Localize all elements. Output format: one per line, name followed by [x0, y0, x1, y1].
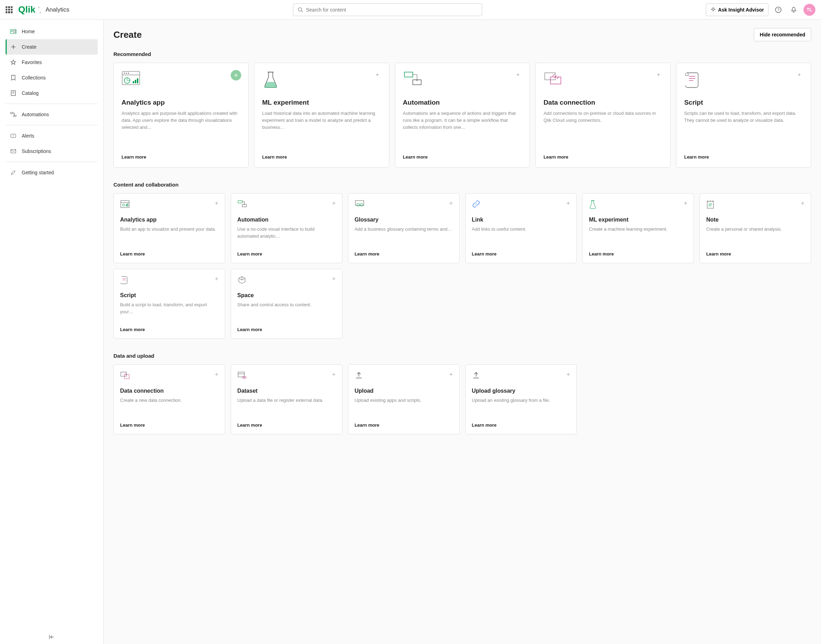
- rec-card-script[interactable]: + Script Scripts can be used to load, tr…: [676, 63, 811, 168]
- add-button[interactable]: +: [332, 200, 336, 207]
- learn-more-link[interactable]: Learn more: [237, 422, 336, 428]
- add-button[interactable]: +: [215, 276, 218, 283]
- add-button[interactable]: +: [215, 371, 218, 378]
- card-desc: Scripts can be used to load, transform, …: [684, 110, 803, 150]
- svg-rect-61: [124, 374, 129, 379]
- rec-card-automation[interactable]: + Automation Automations are a sequence …: [395, 63, 530, 168]
- card-script[interactable]: + Script Build a script to load, transfo…: [114, 269, 225, 339]
- learn-more-link[interactable]: Learn more: [237, 251, 336, 256]
- sidebar-item-alerts[interactable]: ! Alerts: [6, 128, 98, 144]
- data-connection-icon: [543, 71, 563, 90]
- sidebar-item-subscriptions[interactable]: Subscriptions: [6, 144, 98, 159]
- card-title: Link: [472, 217, 570, 223]
- card-automation[interactable]: + Automation Use a no-code visual interf…: [231, 193, 342, 263]
- card-desc: Load historical data into an automated m…: [262, 110, 381, 150]
- sidebar-label: Collections: [22, 75, 46, 81]
- learn-more-link[interactable]: Learn more: [706, 251, 804, 256]
- sidebar-item-create[interactable]: Create: [6, 39, 98, 55]
- add-button[interactable]: [231, 70, 241, 81]
- svg-point-48: [357, 203, 359, 206]
- card-desc: Create a new data connection.: [120, 397, 218, 419]
- sidebar-item-catalog[interactable]: Catalog: [6, 85, 98, 101]
- card-analytics-app[interactable]: + Analytics app Build an app to visualiz…: [114, 193, 225, 263]
- add-button[interactable]: +: [449, 200, 453, 207]
- alert-icon: !: [10, 132, 17, 139]
- add-button[interactable]: +: [215, 200, 218, 207]
- sidebar-item-collections[interactable]: Collections: [6, 70, 98, 85]
- add-button[interactable]: +: [795, 70, 804, 79]
- bookmark-icon: [10, 74, 17, 81]
- card-space[interactable]: + Space Share and control access to cont…: [231, 269, 342, 339]
- svg-rect-33: [404, 72, 413, 77]
- dataset-icon: [237, 371, 247, 381]
- ask-insight-button[interactable]: Ask Insight Advisor: [706, 3, 769, 16]
- learn-more-link[interactable]: Learn more: [237, 327, 336, 332]
- help-button[interactable]: ?: [773, 4, 784, 15]
- sidebar-item-automations[interactable]: Automations: [6, 107, 98, 122]
- add-button[interactable]: +: [449, 371, 453, 378]
- sidebar-item-home[interactable]: Home: [6, 24, 98, 39]
- add-button[interactable]: +: [566, 200, 570, 207]
- svg-point-27: [128, 73, 129, 74]
- rec-card-data-connection[interactable]: + Data connection Add connections to on-…: [535, 63, 671, 168]
- home-icon: [10, 28, 17, 35]
- page-title: Create: [114, 29, 142, 40]
- card-data-connection[interactable]: + Data connection Create a new data conn…: [114, 364, 225, 434]
- svg-rect-15: [11, 112, 13, 114]
- learn-more-link[interactable]: Learn more: [354, 251, 453, 256]
- rec-card-ml-experiment[interactable]: + ML experiment Load historical data int…: [254, 63, 389, 168]
- user-avatar[interactable]: TL: [804, 4, 815, 16]
- learn-more-link[interactable]: Learn more: [472, 251, 570, 256]
- svg-point-26: [126, 73, 127, 74]
- search-input[interactable]: [306, 7, 477, 12]
- learn-more-link[interactable]: Learn more: [120, 251, 218, 256]
- automations-icon: [10, 111, 17, 118]
- add-button[interactable]: +: [332, 276, 336, 283]
- rec-card-analytics-app[interactable]: Analytics app Analytics apps are purpose…: [114, 63, 249, 168]
- hide-recommended-button[interactable]: Hide recommended: [754, 28, 811, 41]
- sidebar-item-favorites[interactable]: Favorites: [6, 55, 98, 70]
- card-ml-experiment[interactable]: + ML experiment Create a machine learnin…: [582, 193, 694, 263]
- logo[interactable]: Qlik ® Analytics: [18, 5, 69, 15]
- learn-more-link[interactable]: Learn more: [262, 154, 381, 159]
- card-dataset[interactable]: + Dataset Upload a data file or register…: [231, 364, 342, 434]
- header-right: Ask Insight Advisor ? TL: [706, 3, 815, 16]
- card-glossary[interactable]: + Glossary Add a business glossary conta…: [348, 193, 460, 263]
- learn-more-link[interactable]: Learn more: [354, 422, 453, 428]
- card-link[interactable]: + Link Add links to useful content. Lear…: [465, 193, 577, 263]
- add-button[interactable]: +: [801, 200, 804, 207]
- add-button[interactable]: +: [373, 70, 382, 79]
- card-desc: Automations are a sequence of actions an…: [403, 110, 522, 150]
- learn-more-link[interactable]: Learn more: [684, 154, 803, 159]
- learn-more-link[interactable]: Learn more: [472, 422, 570, 428]
- learn-more-link[interactable]: Learn more: [543, 154, 662, 159]
- learn-more-link[interactable]: Learn more: [589, 251, 687, 256]
- card-desc: Create a machine learning experiment.: [589, 226, 687, 248]
- mail-icon: [10, 148, 17, 155]
- help-icon: ?: [775, 6, 782, 13]
- learn-more-link[interactable]: Learn more: [121, 154, 241, 159]
- card-title: Note: [706, 217, 804, 223]
- app-launcher-icon[interactable]: [6, 6, 12, 13]
- learn-more-link[interactable]: Learn more: [120, 327, 218, 332]
- notifications-button[interactable]: [788, 4, 799, 15]
- learn-more-link[interactable]: Learn more: [403, 154, 522, 159]
- add-button[interactable]: +: [684, 200, 687, 207]
- card-note[interactable]: + Note Create a personal or shared analy…: [700, 193, 811, 263]
- svg-rect-36: [550, 77, 561, 84]
- search-box[interactable]: [293, 3, 482, 16]
- card-upload[interactable]: + Upload Upload existing apps and script…: [348, 364, 460, 434]
- card-upload-glossary[interactable]: + Upload glossary Upload an existing glo…: [465, 364, 577, 434]
- add-button[interactable]: +: [332, 371, 336, 378]
- data-connection-icon: [120, 371, 130, 381]
- analytics-app-icon: [120, 200, 130, 210]
- add-button[interactable]: +: [566, 371, 570, 378]
- svg-rect-43: [126, 204, 127, 207]
- add-button[interactable]: +: [513, 70, 522, 79]
- content-grid: + Analytics app Build an app to visualiz…: [114, 193, 811, 339]
- sidebar-item-getting-started[interactable]: Getting started: [6, 165, 98, 180]
- add-button[interactable]: +: [654, 70, 663, 79]
- collapse-sidebar-button[interactable]: [49, 634, 55, 640]
- sidebar-label: Subscriptions: [22, 149, 51, 154]
- learn-more-link[interactable]: Learn more: [120, 422, 218, 428]
